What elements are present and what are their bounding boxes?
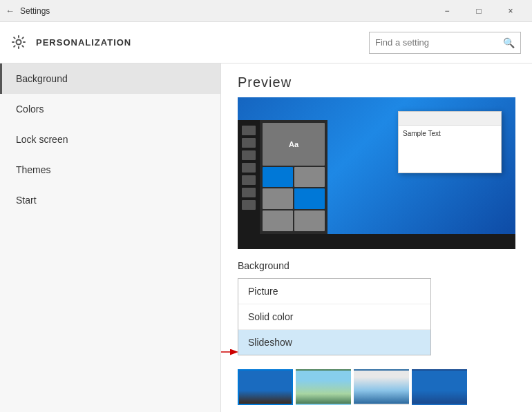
search-icon: 🔍 <box>503 37 515 48</box>
preview-window: Sample Text <box>398 111 502 173</box>
preview-tile <box>263 188 293 209</box>
preview-strip-item <box>242 138 256 148</box>
preview-tile-aa: Aa <box>263 123 325 166</box>
thumbnail-1[interactable] <box>238 369 293 405</box>
preview-window-content: Sample Text <box>399 126 501 141</box>
preview-left-strip <box>238 120 260 234</box>
sidebar-item-background[interactable]: Background <box>0 63 220 94</box>
title-bar: ← Settings − □ × <box>0 0 532 22</box>
main-panel: Preview <box>221 63 532 412</box>
sidebar-item-start[interactable]: Start <box>0 185 220 215</box>
preview-start-panel: Aa <box>238 120 327 234</box>
dropdown-wrapper: Picture Solid color Slideshow <box>238 278 431 366</box>
preview-tile <box>263 210 293 231</box>
preview-strip-item <box>242 200 256 210</box>
dropdown-item-picture[interactable]: Picture <box>238 279 430 304</box>
title-bar-left: ← Settings <box>6 6 50 16</box>
sidebar-item-lock-screen[interactable]: Lock screen <box>0 124 220 155</box>
preview-tile <box>294 167 325 188</box>
maximize-button[interactable]: □ <box>463 0 495 22</box>
thumbnails-row <box>238 369 515 405</box>
svg-point-0 <box>17 39 21 44</box>
header: PERSONALIZATION 🔍 <box>0 22 532 63</box>
preview-container: Aa Sample Text <box>238 97 515 249</box>
preview-tiles: Aa <box>260 120 327 234</box>
gear-icon <box>11 35 28 51</box>
preview-tile <box>294 210 325 231</box>
sidebar: Background Colors Lock screen Themes Sta… <box>0 63 221 412</box>
search-input[interactable] <box>375 37 503 48</box>
sidebar-item-colors[interactable]: Colors <box>0 94 220 124</box>
background-section-label: Background <box>238 260 515 271</box>
preview-tile <box>294 188 325 209</box>
preview-label: Preview <box>238 63 515 97</box>
thumbnail-4[interactable] <box>412 369 467 405</box>
title-bar-title: Settings <box>20 6 50 16</box>
app-container: PERSONALIZATION 🔍 Background Colors Lock… <box>0 22 532 412</box>
preview-strip-item <box>242 126 256 135</box>
preview-desktop: Aa Sample Text <box>238 97 515 249</box>
header-title: PERSONALIZATION <box>36 37 369 48</box>
dropdown-item-slideshow[interactable]: Slideshow <box>238 330 430 355</box>
search-box[interactable]: 🔍 <box>369 32 521 54</box>
close-button[interactable]: × <box>495 0 526 22</box>
preview-strip-item <box>242 188 256 197</box>
preview-tile <box>263 167 293 188</box>
preview-window-title <box>399 112 501 126</box>
preview-strip-item <box>242 175 256 185</box>
preview-strip-item <box>242 163 256 173</box>
content-area: Background Colors Lock screen Themes Sta… <box>0 63 532 412</box>
preview-taskbar <box>238 234 515 249</box>
dropdown-item-solid-color[interactable]: Solid color <box>238 304 430 330</box>
preview-strip-item <box>242 150 256 160</box>
sidebar-item-themes[interactable]: Themes <box>0 155 220 185</box>
title-bar-controls: − □ × <box>431 0 526 22</box>
background-dropdown[interactable]: Picture Solid color Slideshow <box>238 278 431 355</box>
thumbnail-2[interactable] <box>296 369 351 405</box>
settings-back-icon: ← <box>6 6 15 16</box>
minimize-button[interactable]: − <box>431 0 463 22</box>
thumbnail-3[interactable] <box>354 369 409 405</box>
nav-items: Background Colors Lock screen Themes Sta… <box>0 63 220 215</box>
